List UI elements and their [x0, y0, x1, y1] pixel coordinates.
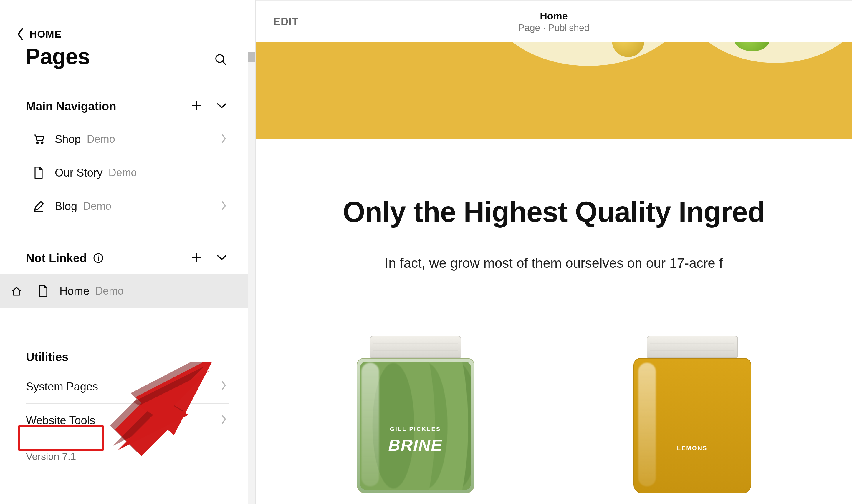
back-label: HOME: [30, 28, 62, 40]
preview-body: Only the Highest Quality Ingred In fact,…: [256, 42, 852, 504]
nav-item-blog[interactable]: Blog Demo: [0, 190, 255, 223]
page-icon: [35, 284, 51, 298]
scrollbar[interactable]: [248, 52, 255, 504]
search-button[interactable]: [214, 53, 227, 66]
section-copy: Only the Highest Quality Ingred In fact,…: [256, 140, 852, 271]
section-title-utilities: Utilities: [0, 334, 255, 370]
collapse-section-button[interactable]: [216, 102, 227, 110]
svg-point-4: [36, 142, 38, 144]
section-title-not-linked: Not Linked: [26, 252, 87, 265]
preview-header: EDIT Home Page · Published: [256, 0, 852, 42]
nav-item-shop[interactable]: Shop Demo: [0, 122, 255, 156]
pen-icon: [31, 200, 47, 213]
add-page-button[interactable]: [191, 252, 202, 265]
svg-point-8: [98, 255, 99, 256]
page-status: Page · Published: [256, 22, 852, 33]
pages-panel-title: Pages: [25, 45, 90, 68]
collapse-section-button[interactable]: [216, 254, 227, 262]
home-icon: [11, 285, 22, 297]
utility-label: Website Tools: [26, 414, 95, 427]
section-title-main-nav: Main Navigation: [26, 100, 191, 113]
svg-point-5: [41, 142, 43, 144]
jar-kicker: GILL PICKLES: [357, 426, 474, 432]
utility-system-pages[interactable]: System Pages: [26, 370, 229, 404]
nav-item-label: Home: [59, 285, 89, 298]
page-icon: [31, 166, 47, 179]
version-label: Version 7.1: [0, 438, 255, 475]
page-title: Home: [256, 10, 852, 22]
pages-panel: HOME Pages Main Navigation: [0, 0, 256, 504]
nav-item-home[interactable]: Home Demo: [0, 274, 255, 308]
chevron-right-icon: [221, 414, 227, 427]
jar-lid: [370, 336, 461, 358]
scrollbar-thumb[interactable]: [248, 52, 255, 62]
add-page-button[interactable]: [191, 100, 202, 113]
nav-item-tag: Demo: [87, 133, 115, 145]
nav-item-tag: Demo: [109, 166, 137, 179]
utility-website-tools[interactable]: Website Tools: [26, 404, 229, 438]
nav-item-our-story[interactable]: Our Story Demo: [0, 156, 255, 190]
svg-line-1: [223, 61, 226, 65]
chevron-right-icon: [221, 201, 227, 212]
preview-pane: EDIT Home Page · Published Only the High…: [256, 0, 852, 504]
nav-item-tag: Demo: [83, 200, 111, 212]
chevron-right-icon: [221, 380, 227, 393]
jar-kicker: LEMONS: [634, 445, 751, 452]
chevron-left-icon: [16, 28, 25, 41]
jar-name: BRINE: [357, 435, 474, 454]
nav-item-label: Our Story: [55, 166, 103, 179]
chevron-right-icon: [221, 133, 227, 145]
product-jar-lemons: LEMONS: [630, 336, 754, 501]
nav-item-tag: Demo: [95, 285, 123, 297]
product-row: GILL PICKLES BRINE LEMONS: [256, 336, 852, 501]
product-jar-pickles: GILL PICKLES BRINE: [354, 336, 477, 501]
info-icon[interactable]: [93, 252, 104, 264]
utility-label: System Pages: [26, 380, 98, 393]
nav-item-label: Blog: [55, 200, 77, 213]
edit-button[interactable]: EDIT: [273, 16, 299, 28]
cart-icon: [31, 133, 47, 146]
jar-lid: [647, 336, 738, 358]
hero-banner: [256, 42, 852, 140]
section-heading: Only the Highest Quality Ingred: [267, 195, 840, 229]
nav-item-label: Shop: [55, 133, 81, 146]
section-subtext: In fact, we grow most of them ourselves …: [267, 255, 840, 271]
